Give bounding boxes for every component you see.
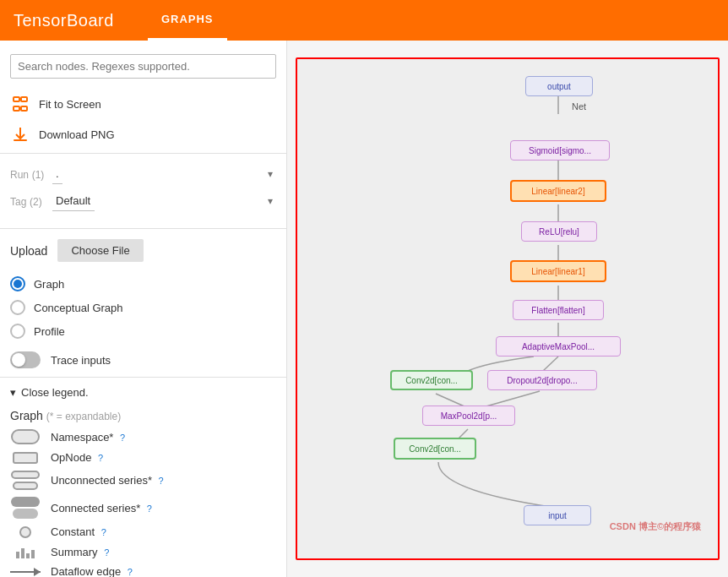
svg-rect-2 — [14, 106, 19, 111]
run-select[interactable]: . — [52, 164, 62, 184]
sidebar: Fit to Screen Download PNG Run (1) — [0, 41, 287, 577]
svg-rect-4 — [14, 139, 27, 141]
svg-rect-3 — [21, 106, 27, 111]
namespace-icon — [10, 429, 41, 444]
choose-file-button[interactable]: Choose File — [57, 239, 143, 262]
run-row: Run (1) . — [10, 164, 276, 184]
graph-canvas[interactable]: Net output Sigmoid[sigmo... Linear[linea… — [296, 57, 720, 560]
radio-graph-circle — [10, 276, 25, 291]
dataflow-help-link[interactable]: ? — [128, 567, 133, 577]
constant-icon — [10, 526, 41, 538]
search-input[interactable] — [10, 54, 276, 79]
net-label: Net — [572, 101, 586, 112]
header-nav: GRAPHS — [148, 0, 227, 41]
fit-to-screen-action[interactable]: Fit to Screen — [0, 89, 286, 119]
tag-select[interactable]: Default — [52, 191, 95, 211]
divider-3 — [0, 377, 286, 378]
node-input[interactable]: input — [524, 505, 591, 525]
node-adaptive[interactable]: AdaptiveMaxPool... — [496, 336, 621, 357]
radio-profile[interactable]: Profile — [10, 319, 276, 343]
unconnected-help-link[interactable]: ? — [159, 476, 164, 486]
graph-svg — [297, 59, 718, 558]
trace-inputs-label: Trace inputs — [51, 354, 111, 367]
legend-constant: Constant ? — [0, 522, 286, 542]
graph-display[interactable]: Net output Sigmoid[sigmo... Linear[linea… — [296, 57, 720, 560]
radio-conceptual-graph[interactable]: Conceptual Graph — [10, 296, 276, 319]
legend-chevron-icon: ▾ — [10, 386, 16, 399]
legend-connected: Connected series* ? — [0, 493, 286, 522]
fit-to-screen-label: Fit to Screen — [39, 98, 101, 111]
tag-row: Tag (2) Default — [10, 191, 276, 211]
dataflow-label: Dataflow edge ? — [51, 565, 133, 577]
download-png-action[interactable]: Download PNG — [0, 119, 286, 150]
divider-1 — [0, 153, 286, 154]
legend-unconnected: Unconnected series* ? — [0, 467, 286, 493]
run-label: Run (1) — [10, 168, 52, 181]
main-layout: Fit to Screen Download PNG Run (1) — [0, 41, 728, 577]
constant-label: Constant ? — [51, 525, 106, 538]
node-linear1[interactable]: Linear[linear1] — [510, 260, 606, 282]
node-linear2[interactable]: Linear[linear2] — [510, 180, 606, 202]
summary-icon — [10, 545, 41, 558]
trace-inputs-toggle-row: Trace inputs — [0, 346, 286, 373]
app-logo: TensorBoard — [14, 11, 114, 30]
download-icon — [10, 124, 30, 144]
opnode-icon — [10, 452, 41, 464]
summary-label: Summary ? — [51, 546, 109, 558]
node-output[interactable]: output — [525, 76, 593, 96]
node-conv2d-2[interactable]: Conv2d[con... — [390, 370, 473, 390]
run-section: Run (1) . Tag (2) Default — [0, 157, 286, 225]
svg-rect-1 — [21, 97, 27, 101]
summary-help-link[interactable]: ? — [104, 547, 109, 558]
svg-rect-0 — [14, 97, 19, 101]
unconnected-label: Unconnected series* ? — [51, 474, 164, 487]
divider-2 — [0, 228, 286, 229]
namespace-help-link[interactable]: ? — [120, 433, 125, 443]
upload-section: Upload Choose File — [0, 232, 286, 269]
main-graph-area: Net output Sigmoid[sigmo... Linear[linea… — [287, 41, 728, 577]
connected-icon — [10, 497, 41, 519]
namespace-label: Namespace* ? — [51, 431, 125, 444]
toggle-knob — [12, 353, 25, 367]
legend-title: Graph (* = expandable) — [0, 404, 286, 426]
radio-conceptual-circle — [10, 300, 25, 315]
legend-toggle[interactable]: ▾ Close legend. — [0, 381, 286, 404]
radio-conceptual-label: Conceptual Graph — [34, 302, 123, 314]
node-sigmoid[interactable]: Sigmoid[sigmo... — [510, 140, 610, 161]
upload-label: Upload — [10, 244, 47, 258]
radio-profile-circle — [10, 324, 25, 339]
legend-summary: Summary ? — [0, 542, 286, 562]
unconnected-icon — [10, 471, 41, 490]
radio-graph[interactable]: Graph — [10, 272, 276, 296]
trace-inputs-toggle[interactable] — [10, 351, 41, 368]
radio-graph-label: Graph — [34, 278, 64, 291]
node-dropout[interactable]: Dropout2d[dropo... — [487, 370, 597, 390]
opnode-label: OpNode ? — [51, 451, 103, 464]
tag-dropdown-wrapper: Default — [52, 191, 276, 211]
radio-profile-label: Profile — [34, 325, 65, 338]
opnode-help-link[interactable]: ? — [98, 453, 103, 463]
node-relu[interactable]: ReLU[relu] — [521, 221, 597, 242]
legend-toggle-label: Close legend. — [21, 386, 89, 399]
constant-help-link[interactable]: ? — [101, 527, 106, 537]
radio-group: Graph Conceptual Graph Profile — [0, 269, 286, 346]
app-header: TensorBoard GRAPHS — [0, 0, 728, 41]
run-dropdown-wrapper: . — [52, 164, 276, 184]
legend-dataflow: Dataflow edge ? — [0, 562, 286, 577]
watermark: CSDN 博主©的程序猿 — [610, 520, 701, 533]
connected-help-link[interactable]: ? — [147, 504, 152, 514]
dataflow-icon — [10, 571, 41, 573]
legend-opnode: OpNode ? — [0, 448, 286, 467]
node-maxpool[interactable]: MaxPool2d[p... — [422, 406, 515, 426]
nav-graphs[interactable]: GRAPHS — [148, 0, 227, 41]
node-conv2d-1[interactable]: Conv2d[con... — [394, 438, 476, 460]
fit-to-screen-icon — [10, 94, 30, 114]
download-png-label: Download PNG — [39, 128, 115, 141]
node-flatten[interactable]: Flatten[flatten] — [513, 300, 604, 320]
tag-label: Tag (2) — [10, 195, 52, 208]
legend-namespace: Namespace* ? — [0, 426, 286, 448]
connected-label: Connected series* ? — [51, 502, 152, 514]
